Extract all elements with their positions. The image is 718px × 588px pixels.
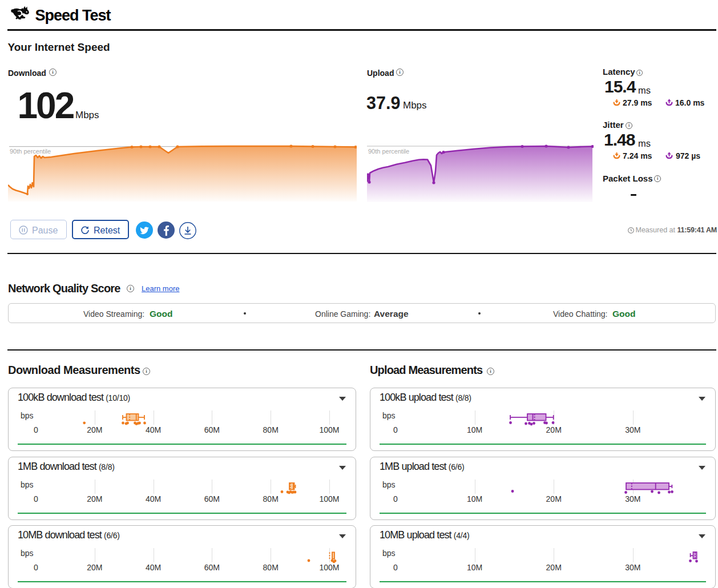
svg-text:90th percentile: 90th percentile	[10, 148, 51, 155]
svg-text:90th percentile: 90th percentile	[368, 148, 409, 155]
